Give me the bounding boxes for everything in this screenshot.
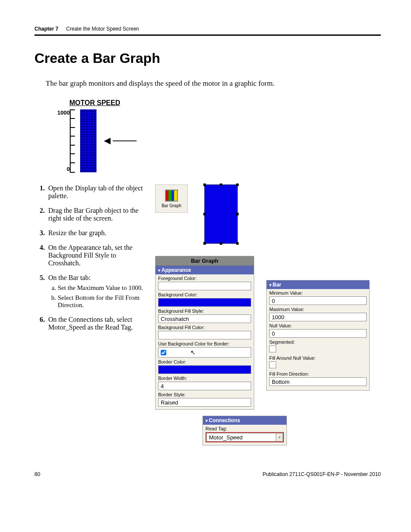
background-fill-color-swatch[interactable] bbox=[158, 331, 251, 339]
palette-item-label: Bar Graph bbox=[162, 203, 181, 208]
bar-graph-icon bbox=[165, 190, 178, 202]
step-1: Open the Display tab of the object palet… bbox=[47, 184, 146, 200]
connections-panel: Connections Read Tag: Motor_Speed ▾ bbox=[202, 416, 287, 445]
callout-arrow-icon: ◄─── bbox=[102, 134, 137, 147]
background-color-swatch[interactable] bbox=[158, 298, 251, 307]
background-color-label: Background Color: bbox=[158, 292, 251, 297]
steps-column: Open the Display tab of the object palet… bbox=[34, 184, 146, 338]
y-axis-labels: 1000 0 bbox=[52, 109, 70, 172]
panel-title: Bar Graph bbox=[156, 256, 254, 266]
bargraph-title: MOTOR SPEED bbox=[52, 99, 138, 107]
segmented-checkbox[interactable] bbox=[269, 345, 276, 352]
maximum-value-input[interactable]: 1000 bbox=[269, 313, 367, 321]
background-fill-style-label: Background Fill Style: bbox=[158, 308, 251, 314]
null-value-input[interactable]: 0 bbox=[269, 329, 367, 338]
bar-section-header[interactable]: Bar bbox=[267, 280, 369, 289]
use-bg-for-border-checkbox[interactable]: ↖ bbox=[158, 347, 251, 358]
read-tag-label: Read Tag: bbox=[206, 426, 284, 431]
fill-from-direction-input[interactable]: Bottom bbox=[269, 377, 367, 386]
header-rule bbox=[34, 34, 381, 36]
bar-graph-object[interactable] bbox=[204, 184, 238, 244]
chapter-number: Chapter 7 bbox=[34, 26, 58, 32]
bar-panel: Bar Minimum Value: 0 Maximum Value: 1000… bbox=[266, 280, 370, 391]
publication-info: Publication 2711C-QS001F-EN-P - November… bbox=[262, 471, 381, 477]
fill-around-null-checkbox[interactable] bbox=[269, 361, 276, 368]
border-style-label: Border Style: bbox=[158, 392, 251, 397]
foreground-color-swatch[interactable] bbox=[158, 282, 251, 290]
minimum-value-label: Minimum Value: bbox=[269, 290, 367, 296]
intro-text: The bar graph monitors and displays the … bbox=[46, 79, 381, 88]
border-style-input[interactable]: Raised bbox=[158, 398, 251, 407]
bargraph-illustration: MOTOR SPEED 1000 0 ◄─── bbox=[52, 99, 138, 172]
page-header: Chapter 7 Create the Motor Speed Screen bbox=[34, 26, 381, 32]
minimum-value-input[interactable]: 0 bbox=[269, 296, 367, 305]
read-tag-input[interactable]: Motor_Speed bbox=[206, 433, 276, 442]
maximum-value-label: Maximum Value: bbox=[269, 307, 367, 312]
fill-around-null-label: Fill Around Null Value: bbox=[269, 355, 367, 361]
section-title: Create a Bar Graph bbox=[34, 50, 381, 66]
y-min-label: 0 bbox=[52, 166, 70, 172]
use-bg-for-border-checkbox-input[interactable] bbox=[161, 350, 166, 355]
y-max-label: 1000 bbox=[52, 109, 70, 116]
segmented-label: Segmented: bbox=[269, 339, 367, 345]
null-value-label: Null Value: bbox=[269, 323, 367, 328]
step-4: On the Appearance tab, set the Backgroun… bbox=[47, 244, 146, 267]
border-color-label: Border Color: bbox=[158, 359, 251, 364]
border-width-input[interactable]: 4 bbox=[158, 382, 251, 390]
use-bg-for-border-label: Use Background Color for Border: bbox=[158, 341, 251, 346]
bar-graph-palette-item[interactable]: Bar Graph bbox=[155, 184, 188, 213]
appearance-section-header[interactable]: Appearance bbox=[156, 266, 254, 274]
fill-from-direction-label: Fill From Direction: bbox=[269, 371, 367, 376]
bargraph-bar bbox=[80, 109, 97, 172]
border-width-label: Border Width: bbox=[158, 376, 251, 381]
page-number: 80 bbox=[34, 471, 40, 477]
read-tag-dropdown-button[interactable]: ▾ bbox=[276, 433, 283, 442]
background-fill-style-input[interactable]: Crosshatch bbox=[158, 314, 251, 323]
chapter-title: Create the Motor Speed Screen bbox=[66, 26, 139, 32]
cursor-icon: ↖ bbox=[190, 349, 196, 356]
step-2: Drag the Bar Graph object to the right s… bbox=[47, 207, 146, 222]
step-3: Resize the bar graph. bbox=[47, 229, 146, 237]
step-5b: Select Bottom for the Fill From Directio… bbox=[58, 294, 146, 309]
y-axis-ticks bbox=[70, 109, 78, 172]
page-footer: 80 Publication 2711C-QS001F-EN-P - Novem… bbox=[34, 471, 381, 477]
connections-section-header[interactable]: Connections bbox=[203, 416, 286, 425]
step-6: On the Connections tab, select Motor_Spe… bbox=[47, 316, 146, 331]
background-fill-color-label: Background Fill Color: bbox=[158, 325, 251, 330]
appearance-panel: Bar Graph Appearance Foreground Color: B… bbox=[155, 256, 254, 410]
foreground-color-label: Foreground Color: bbox=[158, 276, 251, 281]
imagery-column: Bar Graph Bar Graph Appearance bbox=[155, 184, 381, 445]
step-5: On the Bar tab: Set the Maximum Value to… bbox=[47, 274, 146, 309]
step-5a: Set the Maximum Value to 1000. bbox=[58, 284, 146, 292]
border-color-swatch[interactable] bbox=[158, 365, 251, 374]
